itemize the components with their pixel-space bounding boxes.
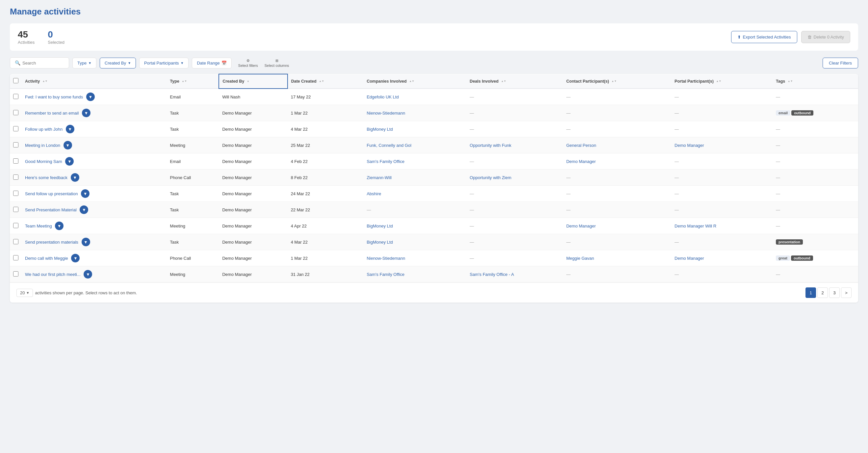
company-link[interactable]: BigMoney Ltd [367, 240, 393, 245]
row-checkbox[interactable] [13, 207, 19, 212]
contact-link[interactable]: General Person [566, 143, 596, 148]
table-row: Send Presentation Material ▼ Task Demo M… [10, 202, 858, 218]
company-link[interactable]: Funk, Connelly and Gol [367, 143, 411, 148]
per-page-select[interactable]: 20 ▼ [17, 289, 33, 297]
th-portal[interactable]: Portal Participant(s) ▲▼ [671, 74, 773, 89]
row-checkbox[interactable] [13, 142, 19, 148]
company-link[interactable]: Sam's Family Office [367, 159, 404, 164]
row-checkbox-cell[interactable] [10, 234, 22, 250]
expand-button[interactable]: ▼ [71, 254, 80, 262]
activity-name[interactable]: Send follow up presentation [25, 191, 78, 196]
company-link[interactable]: Abshire [367, 191, 381, 196]
activity-name[interactable]: Send presentation materials [25, 240, 78, 245]
expand-button[interactable]: ▼ [71, 173, 79, 182]
row-checkbox-cell[interactable] [10, 266, 22, 282]
portal-link[interactable]: Demo Manager Will R [675, 223, 716, 229]
date-created-cell: 25 Mar 22 [287, 137, 364, 153]
deal-link[interactable]: Opportunity with Funk [470, 143, 511, 148]
row-checkbox-cell[interactable] [10, 137, 22, 153]
row-checkbox-cell[interactable] [10, 186, 22, 202]
company-link[interactable]: Nienow-Stiedemann [367, 256, 405, 261]
row-checkbox[interactable] [13, 110, 19, 115]
row-checkbox-cell[interactable] [10, 250, 22, 266]
portal-link[interactable]: Demo Manager [675, 143, 704, 148]
deal-link[interactable]: Sam's Family Office - A [470, 272, 514, 277]
company-link[interactable]: BigMoney Ltd [367, 127, 393, 132]
activity-name[interactable]: We had our first pitch meeti... [25, 272, 81, 277]
company-link[interactable]: Nienow-Stiedemann [367, 111, 405, 116]
row-checkbox[interactable] [13, 94, 19, 99]
row-checkbox[interactable] [13, 255, 19, 261]
row-checkbox-cell[interactable] [10, 153, 22, 170]
th-deals[interactable]: Deals Involved ▲▼ [467, 74, 563, 89]
row-checkbox[interactable] [13, 126, 19, 131]
select-filters-button[interactable]: ⚙ Select filters [238, 59, 258, 67]
created-by-filter-button[interactable]: Created By ▼ [100, 58, 136, 68]
page-2-button[interactable]: 2 [817, 288, 828, 298]
activity-name[interactable]: Follow up with John [25, 127, 63, 132]
activity-name[interactable]: Meeting in London [25, 143, 60, 148]
row-checkbox[interactable] [13, 175, 19, 180]
company-link[interactable]: Edgefolio UK Ltd [367, 94, 399, 99]
select-all-checkbox[interactable] [13, 78, 19, 83]
expand-button[interactable]: ▼ [80, 205, 88, 214]
page-3-button[interactable]: 3 [829, 288, 840, 298]
contacts-cell: Demo Manager [563, 153, 671, 170]
portal-link[interactable]: Demo Manager [675, 256, 704, 261]
expand-button[interactable]: ▼ [86, 92, 95, 101]
th-activity[interactable]: Activity ▲▼ [22, 74, 167, 89]
portal-participants-filter-button[interactable]: Portal Participants ▼ [139, 58, 189, 68]
select-columns-button[interactable]: ⊞ Select columns [265, 59, 289, 67]
row-checkbox[interactable] [13, 271, 19, 276]
activity-name[interactable]: Demo call with Meggie [25, 256, 68, 261]
th-companies[interactable]: Companies Involved ▲▼ [363, 74, 466, 89]
company-link[interactable]: Ziemann-Will [367, 175, 392, 180]
activity-name[interactable]: Here's some feedback [25, 175, 67, 180]
activity-name[interactable]: Good Morning Sam [25, 159, 62, 164]
date-range-filter-button[interactable]: Date Range 📅 [192, 58, 231, 68]
contact-link[interactable]: Demo Manager [566, 159, 596, 164]
row-checkbox[interactable] [13, 239, 19, 244]
next-page-button[interactable]: > [841, 288, 851, 298]
th-type[interactable]: Type ▲▼ [167, 74, 219, 89]
row-checkbox-cell[interactable] [10, 121, 22, 137]
activity-name[interactable]: Team Meeting [25, 223, 52, 229]
activity-name[interactable]: Remember to send an email [25, 111, 79, 116]
row-checkbox-cell[interactable] [10, 202, 22, 218]
th-tags[interactable]: Tags ▲▼ [773, 74, 858, 89]
row-checkbox-cell[interactable] [10, 89, 22, 105]
expand-button[interactable]: ▼ [66, 125, 74, 133]
row-checkbox[interactable] [13, 158, 19, 163]
row-checkbox-cell[interactable] [10, 170, 22, 186]
company-link[interactable]: Sam's Family Office [367, 272, 404, 277]
contact-link[interactable]: Meggie Gavan [566, 256, 594, 261]
expand-button[interactable]: ▼ [82, 109, 91, 117]
export-button[interactable]: ⬆ Export Selected Activities [731, 31, 797, 43]
type-filter-button[interactable]: Type ▼ [72, 58, 96, 68]
expand-button[interactable]: ▼ [55, 221, 63, 230]
row-checkbox[interactable] [13, 191, 19, 196]
expand-button[interactable]: ▼ [81, 189, 90, 198]
deals-cell: — [467, 153, 563, 170]
row-checkbox-cell[interactable] [10, 218, 22, 234]
th-date-created[interactable]: Date Created ▲▼ [287, 74, 364, 89]
contact-link[interactable]: Demo Manager [566, 223, 596, 229]
search-box[interactable]: 🔍 [10, 57, 69, 68]
expand-button[interactable]: ▼ [63, 141, 72, 149]
deal-link[interactable]: Opportunity with Ziem [470, 175, 511, 180]
activity-name[interactable]: Fwd: I want to buy some funds [25, 94, 83, 99]
activity-name[interactable]: Send Presentation Material [25, 207, 77, 212]
select-all-header[interactable] [10, 74, 22, 89]
expand-button[interactable]: ▼ [84, 270, 92, 278]
row-checkbox[interactable] [13, 223, 19, 228]
clear-filters-button[interactable]: Clear Filters [823, 58, 858, 68]
page-1-button[interactable]: 1 [805, 288, 816, 298]
row-checkbox-cell[interactable] [10, 105, 22, 121]
delete-button[interactable]: 🗑 Delete 0 Activity [801, 31, 850, 43]
th-contacts[interactable]: Contact Participant(s) ▲▼ [563, 74, 671, 89]
th-created-by[interactable]: Created By ▼ [219, 74, 287, 89]
expand-button[interactable]: ▼ [65, 157, 74, 165]
company-link[interactable]: BigMoney Ltd [367, 223, 393, 229]
expand-button[interactable]: ▼ [82, 238, 90, 246]
search-input[interactable] [22, 61, 62, 65]
